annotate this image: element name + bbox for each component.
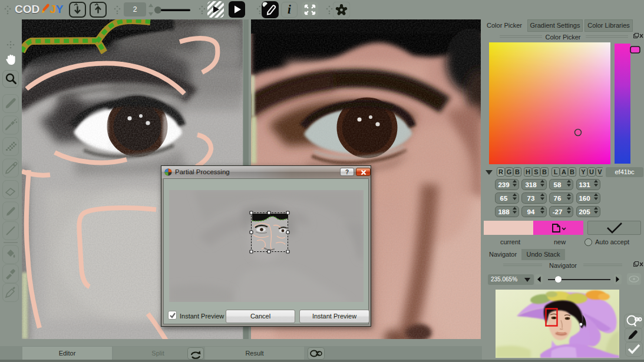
svg-text:160: 160 xyxy=(579,195,590,202)
svg-text:B: B xyxy=(542,168,547,175)
svg-text:B: B xyxy=(570,168,574,175)
svg-text:65: 65 xyxy=(500,195,508,202)
svg-text:V: V xyxy=(597,168,602,175)
svg-text:B: B xyxy=(515,168,520,175)
svg-text:H: H xyxy=(526,168,530,175)
svg-text:76: 76 xyxy=(554,195,562,202)
svg-text:131: 131 xyxy=(579,181,590,188)
svg-text:188: 188 xyxy=(498,208,510,215)
svg-text:94: 94 xyxy=(527,208,535,215)
svg-text:Y: Y xyxy=(581,168,586,175)
svg-text:58: 58 xyxy=(554,181,562,188)
svg-text:A: A xyxy=(562,168,566,175)
svg-text:U: U xyxy=(589,168,594,175)
svg-text:G: G xyxy=(507,168,512,175)
svg-text:-27: -27 xyxy=(553,208,563,215)
svg-text:205: 205 xyxy=(579,208,590,215)
svg-text:318: 318 xyxy=(525,181,537,188)
svg-text:239: 239 xyxy=(498,181,509,188)
svg-text:73: 73 xyxy=(527,195,535,202)
svg-text:S: S xyxy=(534,168,538,175)
svg-text:R: R xyxy=(498,168,503,175)
svg-text:L: L xyxy=(554,168,558,175)
